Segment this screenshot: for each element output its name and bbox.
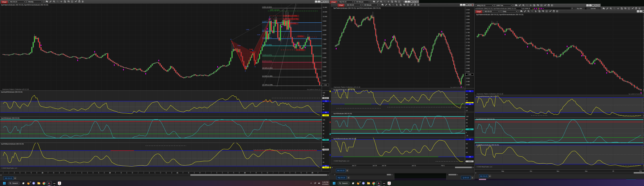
window-ngd-interval-dropdown[interactable]: Daily▼ — [502, 10, 518, 13]
window-ngd-instrument-link-button[interactable] — [637, 10, 639, 13]
toolbar-cross-button[interactable] — [387, 1, 390, 3]
window-mnq-close-button[interactable]: ✕ — [598, 5, 600, 7]
scrollbar-thumb[interactable] — [634, 172, 644, 174]
toolbar-candles-button[interactable] — [372, 1, 376, 3]
toolbar-pencil-button[interactable] — [384, 4, 388, 7]
start-button[interactable] — [2, 181, 7, 186]
kite-app-button[interactable] — [387, 181, 392, 186]
window-b-tab[interactable]: Q 03-23 — [461, 176, 471, 179]
ninjatrader-button[interactable] — [47, 181, 52, 186]
window-ng60-chart-tab[interactable]: Chart — [338, 4, 344, 7]
toolbar-zoomout-button[interactable] — [392, 4, 395, 7]
sse-app-button[interactable]: sse — [382, 181, 386, 186]
chat-button[interactable] — [31, 181, 36, 186]
task-view-button[interactable] — [21, 181, 26, 186]
window-nq-interval-link-button[interactable] — [408, 1, 410, 3]
window-nq-instrument-link-button[interactable] — [405, 1, 407, 3]
toolbar-candles-button[interactable] — [45, 1, 49, 3]
window-mnq-minimize-button[interactable] — [592, 5, 594, 7]
window-nq-tab[interactable]: NQ 03-23 — [336, 176, 346, 179]
toolbar-poly-button[interactable] — [74, 1, 78, 3]
toolbar-candles-button[interactable] — [381, 4, 384, 7]
window-ngw-chart-tab[interactable]: Chart — [1, 1, 8, 4]
toolbar-candles-button[interactable] — [520, 10, 523, 13]
window-ng60-close-button[interactable]: ✕ — [471, 4, 474, 6]
scroll-right-button[interactable]: ▶ — [328, 174, 329, 176]
widgets-weather-button[interactable]: 26° — [356, 181, 361, 186]
toolbar-stats-button[interactable] — [540, 4, 543, 7]
toolbar-stats-button[interactable] — [398, 1, 401, 3]
toolbar-list-button[interactable] — [81, 1, 85, 3]
window-nq-interval-dropdown[interactable]: 60 Minute▼ — [355, 1, 370, 3]
toolbar-zoomout-button[interactable] — [530, 10, 534, 13]
window-ngw-instrument-link-button[interactable] — [315, 1, 317, 3]
window-ngd-instrument-dropdown[interactable]: NG 03-23▼ — [484, 10, 500, 13]
window-ngw-restore-button[interactable] — [324, 1, 326, 3]
toolbar-zoomout-button[interactable] — [525, 4, 529, 7]
toolbar-list-button[interactable] — [417, 4, 420, 7]
toolbar-poly-button[interactable] — [410, 4, 413, 7]
toolbar-stats-button[interactable] — [70, 1, 74, 3]
window-ng60-restore-button[interactable] — [468, 4, 471, 6]
toolbar-zoomin-button[interactable] — [52, 1, 56, 3]
chat-button[interactable] — [361, 181, 366, 186]
file-explorer-button[interactable] — [366, 181, 371, 186]
scroll-right-button[interactable]: ▶ — [472, 167, 474, 168]
window-mnq-interval-link-button[interactable] — [589, 5, 592, 7]
toolbar-flag-button[interactable] — [394, 1, 398, 3]
window-nq-scrollbar[interactable]: ◀▶ — [334, 174, 393, 175]
toolbar-pencil-button[interactable] — [376, 1, 380, 3]
toolbar-clip-button[interactable] — [78, 1, 81, 3]
window-nq-instrument-dropdown[interactable]: NQ 03-23▼ — [338, 1, 354, 3]
toolbar-report-button[interactable] — [538, 10, 541, 13]
toolbar-list-button[interactable] — [550, 4, 554, 7]
chart-canvas-ng-weekly[interactable]: 0.00% (10.922)HOP: (10.610)3.140 (BC) (1… — [0, 4, 329, 174]
chart-canvas-ng-daily[interactable]: hpcAmpRSIIndicator (NG 03-23)60504030207… — [474, 13, 644, 175]
window-ng60-tab[interactable]: NG 03-23 — [336, 169, 346, 172]
widgets-weather-button[interactable]: 26° — [26, 181, 31, 186]
kite-app-button[interactable] — [57, 181, 62, 186]
scroll-left-button[interactable]: ◀ — [0, 174, 2, 176]
window-nq-add-tab-button[interactable]: + — [347, 176, 350, 179]
file-explorer-button[interactable] — [36, 181, 41, 186]
toolbar-cursor-button[interactable] — [534, 10, 538, 13]
window-ngd-minimize-button[interactable] — [642, 10, 644, 13]
window-ng60-minimize-button[interactable] — [466, 4, 468, 6]
toolbar-stats-button[interactable] — [545, 10, 548, 13]
toolbar-cross-button[interactable] — [60, 1, 63, 3]
mnq-account-box[interactable]: F — [571, 8, 574, 10]
toolbar-candles-button[interactable] — [514, 4, 518, 7]
window-ng60-interval-dropdown[interactable]: 60 Minute▼ — [363, 4, 379, 6]
scroll-left-button[interactable]: ◀ — [331, 167, 333, 168]
window-ngw-tab[interactable]: NG 03-23 — [4, 176, 14, 180]
toolbar-cursor-button[interactable] — [395, 4, 399, 7]
toolbar-stats-button[interactable] — [406, 4, 410, 7]
scroll-right-button[interactable]: ▶ — [391, 174, 393, 175]
window-nq-restore-button[interactable] — [413, 1, 416, 3]
window-ng60-add-tab-button[interactable]: + — [346, 169, 349, 172]
volume-icon[interactable] — [318, 182, 320, 184]
scrollbar-thumb[interactable] — [190, 174, 327, 176]
tray-expand-icon[interactable] — [310, 182, 312, 184]
toolbar-flag-button[interactable] — [402, 4, 406, 7]
window-ngd-interval-link-button[interactable] — [640, 10, 642, 13]
toolbar-zoomout-button[interactable] — [56, 1, 60, 3]
toolbar-zoomin-button[interactable] — [522, 4, 525, 7]
chart-canvas-ng-60min[interactable]: hpcAmpRSIIndicator (NG 03-23)60504030201… — [331, 7, 474, 169]
window-mnq-instrument-link-button[interactable] — [586, 5, 589, 7]
window-ngd-chart-tab[interactable]: Chart — [476, 10, 482, 13]
toolbar-zoomin-button[interactable] — [380, 1, 383, 3]
toolbar-flag-button[interactable] — [536, 4, 540, 7]
mnq-sell-mkt-button[interactable]: Sell Mkt — [587, 8, 600, 10]
search-input[interactable]: Search — [8, 181, 20, 185]
window-ngd-scrollbar[interactable]: ◀▶ — [475, 172, 644, 174]
toolbar-flag-button[interactable] — [67, 1, 70, 3]
window-ngd-add-tab-button[interactable]: + — [488, 175, 491, 177]
window-nq-close-button[interactable]: ✕ — [416, 1, 418, 3]
network-icon[interactable] — [314, 182, 316, 184]
window-ng60-instrument-link-button[interactable] — [460, 4, 462, 6]
search-input[interactable]: Search — [338, 181, 350, 185]
toolbar-list-button[interactable] — [556, 10, 559, 13]
window-ngw-add-tab-button[interactable]: + — [14, 177, 16, 179]
toolbar-clip-button[interactable] — [413, 4, 417, 7]
